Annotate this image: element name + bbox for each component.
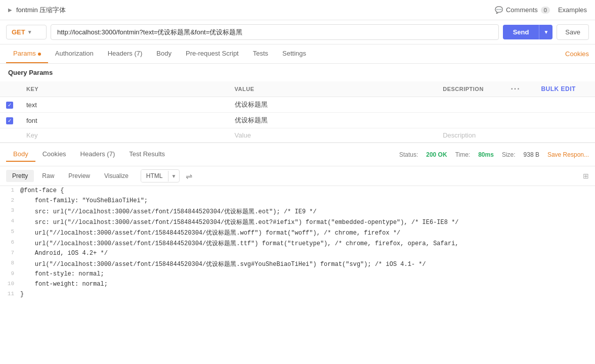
tab-params[interactable]: Params <box>6 44 48 63</box>
code-line: 5 url("//localhost:3000/asset/font/15848… <box>0 228 595 238</box>
resp-tab-test-results[interactable]: Test Results <box>122 147 172 162</box>
format-chevron-icon[interactable]: ▼ <box>168 171 180 181</box>
send-button-group: Send ▼ <box>503 25 553 39</box>
line-number: 3 <box>0 206 20 214</box>
chevron-right-icon: ▶ <box>8 7 12 13</box>
method-selector[interactable]: GET ▼ <box>6 25 47 39</box>
line-code: url("//localhost:3000/asset/font/1584844… <box>20 228 595 238</box>
line-code: } <box>20 290 595 299</box>
format-tab-preview[interactable]: Preview <box>62 170 96 182</box>
line-number: 7 <box>0 249 20 257</box>
line-number: 5 <box>0 228 20 236</box>
size-value: 938 B <box>524 151 539 158</box>
cookies-link[interactable]: Cookies <box>565 50 589 58</box>
status-value: 200 OK <box>426 151 447 158</box>
code-area: 1@font-face {2 font-family: "YouSheBiaoT… <box>0 186 595 300</box>
line-number: 8 <box>0 259 20 267</box>
format-select-label: HTML <box>141 170 168 182</box>
tab-settings[interactable]: Settings <box>275 44 313 63</box>
tab-tests[interactable]: Tests <box>246 44 275 63</box>
code-line: 2 font-family: "YouSheBiaoTiHei"; <box>0 196 595 206</box>
empty-key[interactable]: Key <box>26 131 37 139</box>
line-code: src: url("//localhost:3000/asset/font/15… <box>20 217 595 228</box>
response-status: Status: 200 OK Time: 80ms Size: 938 B Sa… <box>399 151 589 158</box>
code-line: 11} <box>0 290 595 300</box>
send-button[interactable]: Send <box>503 25 539 39</box>
tab-body[interactable]: Body <box>149 44 179 63</box>
empty-description[interactable]: Description <box>443 131 476 139</box>
col-value-header: VALUE <box>229 81 437 97</box>
request-tabs: Params Authorization Headers (7) Body Pr… <box>0 44 595 64</box>
code-line: 7 Android, iOS 4.2+ */ <box>0 249 595 259</box>
table-row: font 优设标题黑 <box>0 113 595 128</box>
row1-value: 优设标题黑 <box>235 101 268 108</box>
wrap-icon[interactable]: ⇌ <box>186 171 192 181</box>
col-actions-header: ··· <box>504 81 535 97</box>
tab-headers[interactable]: Headers (7) <box>101 44 150 63</box>
line-code: font-weight: normal; <box>20 280 595 289</box>
status-label: Status: <box>399 151 418 158</box>
url-input[interactable] <box>51 24 499 40</box>
send-dropdown-button[interactable]: ▼ <box>539 25 552 39</box>
comments-badge: 0 <box>541 7 550 14</box>
url-bar: GET ▼ Send ▼ Save <box>0 20 595 44</box>
resp-tab-body[interactable]: Body <box>6 147 35 162</box>
tab-authorization[interactable]: Authorization <box>48 44 101 63</box>
line-code: font-style: normal; <box>20 269 595 279</box>
format-tab-pretty[interactable]: Pretty <box>6 170 34 182</box>
format-tab-visualize[interactable]: Visualize <box>98 170 135 182</box>
line-number: 6 <box>0 238 20 246</box>
examples-button[interactable]: Examples <box>558 6 587 14</box>
code-line: 3 src: url("//localhost:3000/asset/font/… <box>0 206 595 217</box>
format-bar: Pretty Raw Preview Visualize HTML ▼ ⇌ ⊞ <box>0 166 595 186</box>
line-number: 9 <box>0 269 20 278</box>
tab-prerequest[interactable]: Pre-request Script <box>179 44 246 63</box>
format-select-group[interactable]: HTML ▼ <box>141 169 180 183</box>
query-params-title: Query Params <box>0 64 595 81</box>
top-bar: ▶ fontmin 压缩字体 💬 Comments 0 Examples <box>0 0 595 20</box>
line-code: src: url("//localhost:3000/asset/font/15… <box>20 206 595 217</box>
comments-button[interactable]: 💬 Comments 0 <box>495 6 550 14</box>
code-line: 6 url("//localhost:3000/asset/font/15848… <box>0 238 595 249</box>
actions-dots-icon[interactable]: ··· <box>511 84 520 93</box>
code-line: 4 src: url("//localhost:3000/asset/font/… <box>0 217 595 228</box>
resp-tab-headers[interactable]: Headers (7) <box>73 147 122 162</box>
response-bar: Body Cookies Headers (7) Test Results St… <box>0 143 595 166</box>
row2-checkbox[interactable] <box>6 117 13 124</box>
comments-icon: 💬 <box>495 6 503 14</box>
comments-label: Comments <box>506 6 538 14</box>
method-chevron-icon: ▼ <box>27 29 32 35</box>
bulk-edit-button[interactable]: Bulk Edit <box>541 85 576 93</box>
line-code: @font-face { <box>20 186 595 195</box>
line-code: font-family: "YouSheBiaoTiHei"; <box>20 196 595 205</box>
empty-value[interactable]: Value <box>235 131 251 139</box>
size-label: Size: <box>502 151 516 158</box>
scroll-icon[interactable]: ⊞ <box>583 172 589 180</box>
save-button[interactable]: Save <box>557 24 589 40</box>
top-bar-right: 💬 Comments 0 Examples <box>495 6 587 14</box>
row1-key: text <box>26 101 37 109</box>
row2-key: font <box>26 117 37 124</box>
row1-checkbox[interactable] <box>6 102 13 109</box>
method-label: GET <box>12 28 25 36</box>
format-tab-raw[interactable]: Raw <box>36 170 60 182</box>
code-line: 8 url("//localhost:3000/asset/font/15848… <box>0 259 595 269</box>
time-value: 80ms <box>478 151 494 158</box>
params-table: KEY VALUE DESCRIPTION ··· Bulk Edit text… <box>0 81 595 143</box>
examples-label: Examples <box>558 6 587 14</box>
line-number: 2 <box>0 196 20 204</box>
col-desc-header: DESCRIPTION <box>437 81 504 97</box>
collection-title: fontmin 压缩字体 <box>16 6 66 15</box>
line-number: 10 <box>0 280 20 288</box>
col-check-header <box>0 81 20 97</box>
top-bar-left: ▶ fontmin 压缩字体 <box>8 6 66 15</box>
row2-value: 优设标题黑 <box>235 116 268 124</box>
line-code: url("//localhost:3000/asset/font/1584844… <box>20 238 595 249</box>
table-row-empty: Key Value Description <box>0 128 595 143</box>
code-line: 9 font-style: normal; <box>0 269 595 280</box>
resp-tab-cookies[interactable]: Cookies <box>35 147 73 162</box>
code-line: 1@font-face { <box>0 186 595 196</box>
table-row: text 优设标题黑 <box>0 97 595 113</box>
save-response-button[interactable]: Save Respon... <box>547 151 589 158</box>
bulk-edit-cell[interactable]: Bulk Edit <box>535 81 595 97</box>
